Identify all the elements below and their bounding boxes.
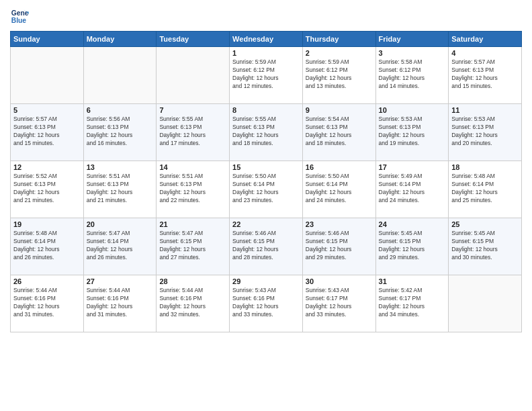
calendar-cell: 12Sunrise: 5:52 AMSunset: 6:13 PMDayligh… <box>11 161 84 218</box>
cell-info: Sunrise: 5:45 AMSunset: 6:15 PMDaylight:… <box>451 230 519 262</box>
cell-info: Sunrise: 5:59 AMSunset: 6:12 PMDaylight:… <box>232 58 300 91</box>
cell-info: Sunrise: 5:59 AMSunset: 6:12 PMDaylight:… <box>306 58 373 91</box>
calendar-cell: 18Sunrise: 5:48 AMSunset: 6:14 PMDayligh… <box>449 161 522 218</box>
calendar-cell: 31Sunrise: 5:42 AMSunset: 6:17 PMDayligh… <box>375 275 449 332</box>
calendar-table: SundayMondayTuesdayWednesdayThursdayFrid… <box>10 31 522 332</box>
calendar-week-5: 26Sunrise: 5:44 AMSunset: 6:16 PMDayligh… <box>11 275 522 332</box>
calendar-cell: 25Sunrise: 5:45 AMSunset: 6:15 PMDayligh… <box>449 218 522 275</box>
svg-text:General: General <box>11 9 29 17</box>
day-number: 5 <box>13 106 81 114</box>
cell-info: Sunrise: 5:45 AMSunset: 6:15 PMDaylight:… <box>379 230 446 262</box>
day-number: 9 <box>306 106 373 114</box>
day-number: 13 <box>87 163 154 171</box>
cell-info: Sunrise: 5:51 AMSunset: 6:13 PMDaylight:… <box>159 173 226 205</box>
day-number: 20 <box>87 220 154 228</box>
cell-info: Sunrise: 5:52 AMSunset: 6:13 PMDaylight:… <box>13 173 81 205</box>
cell-info: Sunrise: 5:51 AMSunset: 6:13 PMDaylight:… <box>87 173 154 205</box>
calendar-cell: 24Sunrise: 5:45 AMSunset: 6:15 PMDayligh… <box>375 218 449 275</box>
calendar-week-4: 19Sunrise: 5:48 AMSunset: 6:14 PMDayligh… <box>11 218 522 275</box>
calendar-cell: 17Sunrise: 5:49 AMSunset: 6:14 PMDayligh… <box>375 161 449 218</box>
day-number: 6 <box>87 106 154 114</box>
cell-info: Sunrise: 5:48 AMSunset: 6:14 PMDaylight:… <box>13 230 81 262</box>
logo: General Blue <box>10 7 32 26</box>
day-number: 8 <box>232 106 300 114</box>
day-number: 17 <box>379 163 446 171</box>
weekday-header-sunday: Sunday <box>11 32 84 47</box>
day-number: 31 <box>379 277 446 285</box>
cell-info: Sunrise: 5:50 AMSunset: 6:14 PMDaylight:… <box>306 173 373 205</box>
weekday-header-saturday: Saturday <box>449 32 522 47</box>
calendar-cell: 8Sunrise: 5:55 AMSunset: 6:13 PMDaylight… <box>230 104 303 161</box>
calendar-cell: 28Sunrise: 5:44 AMSunset: 6:16 PMDayligh… <box>157 275 230 332</box>
calendar-cell: 21Sunrise: 5:47 AMSunset: 6:15 PMDayligh… <box>157 218 230 275</box>
calendar-cell <box>11 47 84 104</box>
calendar-cell: 10Sunrise: 5:53 AMSunset: 6:13 PMDayligh… <box>375 104 449 161</box>
cell-info: Sunrise: 5:49 AMSunset: 6:14 PMDaylight:… <box>379 173 446 205</box>
calendar-cell: 16Sunrise: 5:50 AMSunset: 6:14 PMDayligh… <box>302 161 375 218</box>
day-number: 2 <box>306 49 373 57</box>
calendar-cell: 1Sunrise: 5:59 AMSunset: 6:12 PMDaylight… <box>230 47 303 104</box>
svg-text:Blue: Blue <box>11 17 27 24</box>
day-number: 15 <box>232 163 300 171</box>
day-number: 11 <box>451 106 519 114</box>
cell-info: Sunrise: 5:44 AMSunset: 6:16 PMDaylight:… <box>159 287 226 319</box>
day-number: 16 <box>306 163 373 171</box>
cell-info: Sunrise: 5:43 AMSunset: 6:16 PMDaylight:… <box>232 287 300 319</box>
day-number: 27 <box>87 277 154 285</box>
cell-info: Sunrise: 5:46 AMSunset: 6:15 PMDaylight:… <box>306 230 373 262</box>
cell-info: Sunrise: 5:55 AMSunset: 6:13 PMDaylight:… <box>159 116 226 148</box>
day-number: 23 <box>306 220 373 228</box>
calendar-cell: 6Sunrise: 5:56 AMSunset: 6:13 PMDaylight… <box>83 104 157 161</box>
calendar-cell: 22Sunrise: 5:46 AMSunset: 6:15 PMDayligh… <box>230 218 303 275</box>
cell-info: Sunrise: 5:57 AMSunset: 6:13 PMDaylight:… <box>451 58 519 91</box>
day-number: 28 <box>159 277 226 285</box>
cell-info: Sunrise: 5:44 AMSunset: 6:16 PMDaylight:… <box>13 287 81 319</box>
calendar-cell: 19Sunrise: 5:48 AMSunset: 6:14 PMDayligh… <box>11 218 84 275</box>
cell-info: Sunrise: 5:47 AMSunset: 6:14 PMDaylight:… <box>87 230 154 262</box>
weekday-header-monday: Monday <box>83 32 157 47</box>
day-number: 21 <box>159 220 226 228</box>
logo-icon: General Blue <box>10 7 29 26</box>
day-number: 14 <box>159 163 226 171</box>
calendar-cell <box>157 47 230 104</box>
calendar-cell: 23Sunrise: 5:46 AMSunset: 6:15 PMDayligh… <box>302 218 375 275</box>
calendar-week-2: 5Sunrise: 5:57 AMSunset: 6:13 PMDaylight… <box>11 104 522 161</box>
calendar-cell: 11Sunrise: 5:53 AMSunset: 6:13 PMDayligh… <box>449 104 522 161</box>
cell-info: Sunrise: 5:57 AMSunset: 6:13 PMDaylight:… <box>13 116 81 148</box>
day-number: 10 <box>379 106 446 114</box>
cell-info: Sunrise: 5:53 AMSunset: 6:13 PMDaylight:… <box>379 116 446 148</box>
calendar-cell: 13Sunrise: 5:51 AMSunset: 6:13 PMDayligh… <box>83 161 157 218</box>
calendar-cell <box>83 47 157 104</box>
cell-info: Sunrise: 5:58 AMSunset: 6:12 PMDaylight:… <box>379 58 446 91</box>
weekday-header-tuesday: Tuesday <box>157 32 230 47</box>
calendar-cell: 2Sunrise: 5:59 AMSunset: 6:12 PMDaylight… <box>302 47 375 104</box>
page-header: General Blue <box>10 7 522 26</box>
calendar-cell: 3Sunrise: 5:58 AMSunset: 6:12 PMDaylight… <box>375 47 449 104</box>
cell-info: Sunrise: 5:43 AMSunset: 6:17 PMDaylight:… <box>306 287 373 319</box>
weekday-header-thursday: Thursday <box>302 32 375 47</box>
day-number: 4 <box>451 49 519 57</box>
cell-info: Sunrise: 5:46 AMSunset: 6:15 PMDaylight:… <box>232 230 300 262</box>
cell-info: Sunrise: 5:42 AMSunset: 6:17 PMDaylight:… <box>379 287 446 319</box>
cell-info: Sunrise: 5:44 AMSunset: 6:16 PMDaylight:… <box>87 287 154 319</box>
day-number: 3 <box>379 49 446 57</box>
calendar-cell <box>449 275 522 332</box>
cell-info: Sunrise: 5:48 AMSunset: 6:14 PMDaylight:… <box>451 173 519 205</box>
cell-info: Sunrise: 5:54 AMSunset: 6:13 PMDaylight:… <box>306 116 373 148</box>
day-number: 18 <box>451 163 519 171</box>
calendar-header-row: SundayMondayTuesdayWednesdayThursdayFrid… <box>11 32 522 47</box>
day-number: 22 <box>232 220 300 228</box>
cell-info: Sunrise: 5:53 AMSunset: 6:13 PMDaylight:… <box>451 116 519 148</box>
day-number: 19 <box>13 220 81 228</box>
calendar-week-1: 1Sunrise: 5:59 AMSunset: 6:12 PMDaylight… <box>11 47 522 104</box>
calendar-cell: 15Sunrise: 5:50 AMSunset: 6:14 PMDayligh… <box>230 161 303 218</box>
day-number: 25 <box>451 220 519 228</box>
cell-info: Sunrise: 5:50 AMSunset: 6:14 PMDaylight:… <box>232 173 300 205</box>
day-number: 1 <box>232 49 300 57</box>
calendar-cell: 4Sunrise: 5:57 AMSunset: 6:13 PMDaylight… <box>449 47 522 104</box>
calendar-cell: 5Sunrise: 5:57 AMSunset: 6:13 PMDaylight… <box>11 104 84 161</box>
cell-info: Sunrise: 5:55 AMSunset: 6:13 PMDaylight:… <box>232 116 300 148</box>
weekday-header-wednesday: Wednesday <box>230 32 303 47</box>
calendar-cell: 7Sunrise: 5:55 AMSunset: 6:13 PMDaylight… <box>157 104 230 161</box>
calendar-cell: 29Sunrise: 5:43 AMSunset: 6:16 PMDayligh… <box>230 275 303 332</box>
